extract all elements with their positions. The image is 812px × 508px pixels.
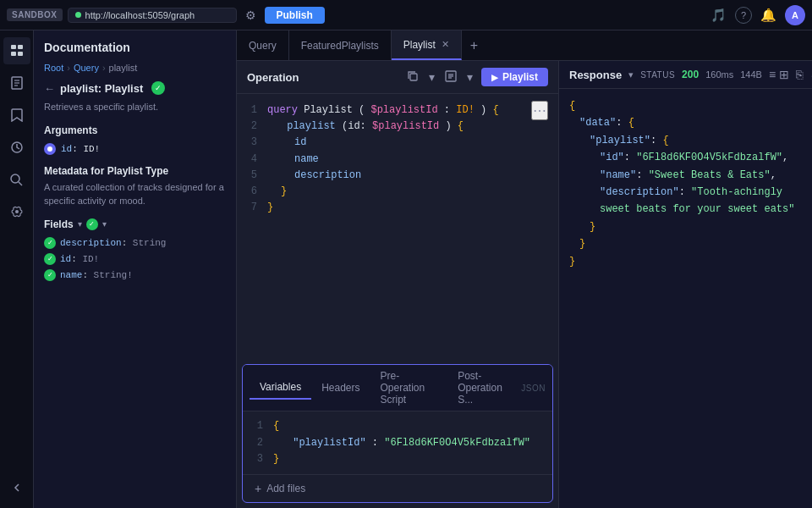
field-check-description: ✓ [44,237,56,249]
fields-chevron-icon[interactable]: ▾ [78,219,82,229]
add-files-button[interactable]: + Add files [243,474,552,502]
code-line-2: 2 playlist (id: $playlistId ) { [237,119,558,135]
response-header: Response ▾ STATUS 200 160ms 144B ≡ ⊞ ⎘ ⬇ [559,61,812,89]
vars-line-1: 1 { [243,418,552,434]
svg-rect-1 [18,45,23,49]
back-arrow-icon[interactable]: ← [44,82,55,95]
field-id: ✓ id: ID! [44,253,226,265]
field-text-name: name: String! [60,270,133,280]
back-row: ← playlist: Playlist ✓ [44,81,226,95]
sidebar-item-history[interactable] [3,134,30,161]
arg-dot-id [44,143,56,155]
response-size: 144B [740,69,762,80]
main-layout: Documentation Root › Query › playlist ← … [0,30,812,508]
vars-tab-post-op[interactable]: Post-Operation S... [447,365,521,411]
add-files-plus-icon: + [255,482,261,495]
doc-title: Documentation [44,41,226,54]
vars-tab-variables[interactable]: Variables [250,376,311,400]
audio-icon[interactable]: 🎵 [710,8,727,23]
sidebar-item-bookmark[interactable] [3,102,30,129]
vars-tab-headers[interactable]: Headers [311,377,370,399]
operation-dropdown-button[interactable]: ▾ [427,69,436,86]
connection-status-dot [75,12,81,18]
field-text-description: description: String [60,238,166,248]
doc-check-icon: ✓ [151,81,165,95]
vars-tabs-bar: Variables Headers Pre-Operation Script P… [243,365,552,411]
tab-featured-label: FeaturedPlaylists [301,40,379,52]
fields-header: Fields ▾ ✓ ▾ [44,218,226,230]
resp-line-0: { [569,97,802,114]
vars-content[interactable]: 1 { 2 "playlistId" : "6Fl8d6KF0O4V5kFdbz… [243,411,552,474]
operation-format-button[interactable] [443,69,458,86]
tab-add-button[interactable]: + [462,38,486,53]
code-line-1: 1 query Playlist ( $playlistId : ID! ) { [237,102,558,119]
url-settings-button[interactable]: ⚙ [242,7,260,24]
code-line-4: 4 name [237,152,558,168]
arg-id-text: id: ID! [61,144,100,154]
arg-item-id: id: ID! [44,143,226,155]
metadata-desc: A curated collection of tracks designed … [44,180,226,208]
response-panel: Response ▾ STATUS 200 160ms 144B ≡ ⊞ ⎘ ⬇… [558,61,812,508]
operation-header: Operation ▾ ▾ ▶ Playlist [237,61,558,94]
response-view-icons: ≡ ⊞ [769,68,789,81]
vars-tab-pre-op[interactable]: Pre-Operation Script [370,365,448,411]
top-bar: SANDBOX http://localhost:5059/graph ⚙ Pu… [0,0,812,30]
svg-rect-11 [410,74,417,80]
code-editor[interactable]: ⋯ 1 query Playlist ( $playlistId : ID! )… [237,94,558,359]
operation-title: Operation [247,71,398,84]
svg-rect-3 [18,52,23,56]
resp-line-8: } [569,253,802,270]
resp-line-4: "name": "Sweet Beats & Eats", [569,167,802,184]
grid-view-icon[interactable]: ⊞ [779,68,789,81]
publish-button[interactable]: Publish [265,7,325,24]
sidebar-item-settings[interactable] [3,198,30,225]
breadcrumb-playlist: playlist [109,63,138,73]
sidebar-item-collapse[interactable] [3,474,30,501]
breadcrumb-root[interactable]: Root [44,63,63,73]
tab-featured[interactable]: FeaturedPlaylists [289,30,392,60]
resp-line-7: } [569,235,802,252]
run-button[interactable]: ▶ Playlist [481,68,548,86]
copy-operation-button[interactable] [405,69,420,86]
status-code: 200 [682,69,699,80]
avatar[interactable]: A [785,5,805,25]
resp-line-1: "data": { [569,114,802,131]
json-label: JSON [521,384,546,393]
center-right-area: Query FeaturedPlaylists Playlist ✕ + Ope… [237,30,812,508]
field-text-id: id: ID! [60,254,99,264]
code-more-button[interactable]: ⋯ [531,101,548,120]
list-view-icon[interactable]: ≡ [769,68,776,81]
field-check-name: ✓ [44,269,56,281]
svg-rect-0 [11,45,16,49]
code-line-6: 6 } [237,184,558,200]
response-copy-icon[interactable]: ⎘ [796,68,803,81]
fields-toggle-icon[interactable]: ▾ [102,219,107,229]
bell-icon[interactable]: 🔔 [760,8,776,23]
response-content: { "data": { "playlist": { "id": "6Fl8d6K… [559,89,812,508]
operation-more-button[interactable]: ▾ [465,69,475,86]
sandbox-badge: SANDBOX [7,8,63,21]
doc-description: Retrieves a specific playlist. [44,100,226,114]
sidebar-item-search[interactable] [3,166,30,193]
help-icon[interactable]: ? [735,7,752,24]
url-text: http://localhost:5059/graph [85,10,195,20]
field-check-id: ✓ [44,253,56,265]
vars-line-3: 3 } [243,451,552,467]
sidebar-item-schema[interactable] [3,37,30,64]
response-dropdown-icon[interactable]: ▾ [628,69,634,80]
sidebar-item-docs[interactable] [3,69,30,97]
tab-query[interactable]: Query [237,30,289,60]
tab-playlist[interactable]: Playlist ✕ [392,30,462,60]
add-files-label: Add files [266,483,305,494]
vars-line-2: 2 "playlistId" : "6Fl8d6KF0O4V5kFdbzalfW… [243,435,552,451]
top-right-icons: 🎵 ? 🔔 A [710,5,805,25]
breadcrumb-query[interactable]: Query [74,63,99,73]
icon-sidebar [0,30,34,508]
resp-line-3: "id": "6Fl8d6KF0O4V5kFdbzalfW", [569,149,802,166]
editor-area: Operation ▾ ▾ ▶ Playlist ⋯ [237,61,558,508]
resp-line-6: } [569,218,802,235]
code-line-5: 5 description [237,168,558,184]
run-icon: ▶ [491,73,498,82]
run-label: Playlist [502,71,538,83]
tab-playlist-close-icon[interactable]: ✕ [442,39,449,50]
